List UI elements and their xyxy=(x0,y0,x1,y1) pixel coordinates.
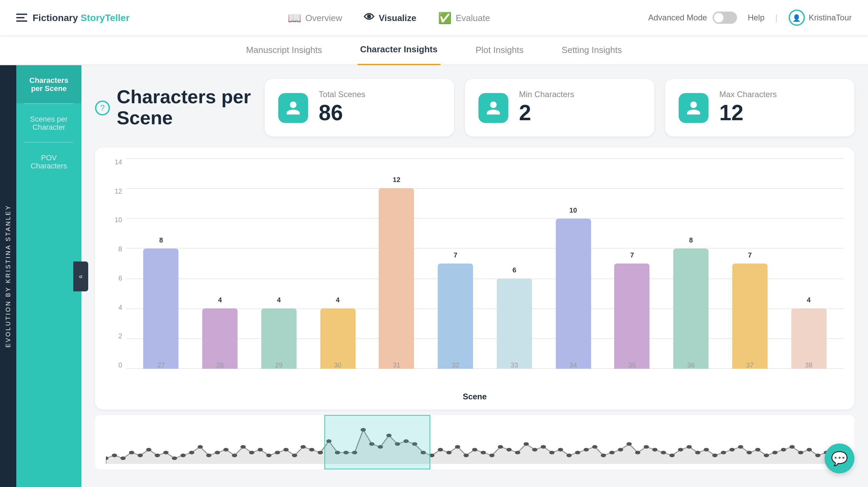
mini-dot xyxy=(558,448,563,452)
section-title: Characters per Scene xyxy=(117,87,251,128)
sub-nav-manuscript[interactable]: Manuscript Insights xyxy=(243,35,325,65)
mini-dot xyxy=(669,454,675,457)
avatar: 👤 xyxy=(788,10,805,26)
mini-chart-highlight xyxy=(325,415,431,469)
bar-group: 7 xyxy=(720,158,779,369)
mini-dot xyxy=(309,448,315,452)
chat-button[interactable]: 💬 xyxy=(825,444,854,473)
main-content: ? Characters per Scene Total Scenes 86 M… xyxy=(81,65,868,487)
mini-dot xyxy=(712,454,718,457)
toggle-switch[interactable] xyxy=(713,12,737,24)
mini-dot xyxy=(489,454,495,457)
mini-dot xyxy=(120,456,126,460)
sidebar-item-scenes-per-character[interactable]: Scenes per Character xyxy=(16,104,81,142)
collapse-button[interactable]: « xyxy=(73,261,88,291)
y-axis-label: 6 xyxy=(118,274,122,282)
sub-nav-setting[interactable]: Setting Insights xyxy=(559,35,625,65)
x-axis-label: 27 xyxy=(132,361,191,369)
stat-card-max-characters: Max Characters 12 xyxy=(665,79,854,137)
bar[interactable]: 8 xyxy=(144,249,179,369)
sub-nav: Manuscript InsightsCharacter InsightsPlo… xyxy=(0,35,868,65)
bar-group: 8 xyxy=(662,158,721,369)
bar-value-label: 7 xyxy=(732,251,768,259)
y-axis-label: 14 xyxy=(115,158,122,166)
bar-group: 4 xyxy=(249,158,308,369)
mini-dot xyxy=(464,454,469,457)
bar[interactable]: 4 xyxy=(791,309,826,369)
bar-group: 7 xyxy=(426,158,485,369)
mini-dot xyxy=(549,451,555,454)
bar-value-label: 8 xyxy=(673,236,709,244)
mini-chart[interactable] xyxy=(95,415,854,469)
bar[interactable]: 7 xyxy=(438,264,473,369)
mini-dot xyxy=(695,451,700,454)
stat-card-total-scenes: Total Scenes 86 xyxy=(264,79,454,137)
help-link[interactable]: Help xyxy=(748,13,765,22)
nav-tab-evaluate[interactable]: ✅Evaluate xyxy=(438,8,490,27)
evaluate-tab-label: Evaluate xyxy=(456,13,490,23)
bar[interactable]: 4 xyxy=(261,309,297,369)
mini-dot xyxy=(524,442,529,446)
bar[interactable]: 10 xyxy=(555,218,591,369)
bar-group: 7 xyxy=(603,158,662,369)
bar[interactable]: 4 xyxy=(320,309,355,369)
main-layout: EVOLUTION BY KRISTINA STANLEY Characters… xyxy=(0,65,868,487)
mini-dot xyxy=(481,451,486,454)
bar[interactable]: 6 xyxy=(497,278,532,369)
bar-group: 6 xyxy=(485,158,544,369)
x-axis-label: 32 xyxy=(426,361,485,369)
sidebar-item-pov-characters[interactable]: POV Characters xyxy=(16,143,81,181)
mini-dot xyxy=(764,454,769,457)
logo: Fictionary StoryTeller xyxy=(16,12,130,23)
y-axis-label: 8 xyxy=(118,245,122,253)
mini-dot xyxy=(721,451,726,454)
bar[interactable]: 12 xyxy=(379,188,414,369)
mini-dot xyxy=(112,454,117,457)
mini-dot xyxy=(318,451,323,454)
top-nav: Fictionary StoryTeller 📖Overview👁Visuali… xyxy=(0,0,868,35)
x-axis-title: Scene xyxy=(106,389,844,404)
nav-tab-visualize[interactable]: 👁Visualize xyxy=(364,9,416,26)
mini-dot xyxy=(206,454,212,457)
mini-dot xyxy=(249,451,254,454)
min-characters-label: Min Characters xyxy=(519,90,574,99)
mini-dot xyxy=(592,445,598,449)
overview-tab-label: Overview xyxy=(305,13,342,23)
bar[interactable]: 8 xyxy=(673,249,709,369)
x-axis-label: 34 xyxy=(544,361,603,369)
x-axis-label: 28 xyxy=(191,361,250,369)
x-axis-label: 37 xyxy=(720,361,779,369)
bars-area: 8 4 4 4 12 7 6 10 7 8 xyxy=(126,158,844,369)
mini-dot xyxy=(790,445,795,449)
max-characters-value: 12 xyxy=(719,101,777,126)
mini-dot xyxy=(172,456,177,460)
bar-group: 4 xyxy=(779,158,838,369)
logo-storyteller: StoryTeller xyxy=(81,12,130,23)
mini-dot xyxy=(232,454,237,457)
y-axis-label: 12 xyxy=(115,187,122,195)
mini-dot xyxy=(215,451,220,454)
bar[interactable]: 7 xyxy=(732,264,768,369)
section-title-area: ? Characters per Scene xyxy=(95,87,251,128)
x-labels: 272829303132333435363738 xyxy=(126,361,844,369)
mini-dot xyxy=(652,448,658,452)
x-axis-label: 36 xyxy=(662,361,721,369)
sidebar-item-characters-per-scene[interactable]: Characters per Scene xyxy=(16,65,81,103)
mini-dot xyxy=(292,454,297,457)
sidebar: Characters per SceneScenes per Character… xyxy=(16,65,81,487)
nav-right: Advanced Mode Help | 👤 KristinaTour xyxy=(648,10,852,26)
mini-chart-svg xyxy=(106,420,844,464)
total-scenes-icon xyxy=(278,93,308,123)
bar-group: 4 xyxy=(308,158,367,369)
mini-dot xyxy=(301,445,306,449)
sub-nav-character[interactable]: Character Insights xyxy=(357,35,440,65)
bar[interactable]: 7 xyxy=(615,264,650,369)
mini-dot xyxy=(661,451,666,454)
bar[interactable]: 4 xyxy=(202,309,238,369)
nav-tab-overview[interactable]: 📖Overview xyxy=(288,8,342,27)
toggle-knob xyxy=(714,13,723,22)
y-axis-label: 4 xyxy=(118,303,122,311)
sub-nav-plot[interactable]: Plot Insights xyxy=(473,35,526,65)
mini-dot xyxy=(181,454,186,457)
bar-group: 10 xyxy=(544,158,603,369)
